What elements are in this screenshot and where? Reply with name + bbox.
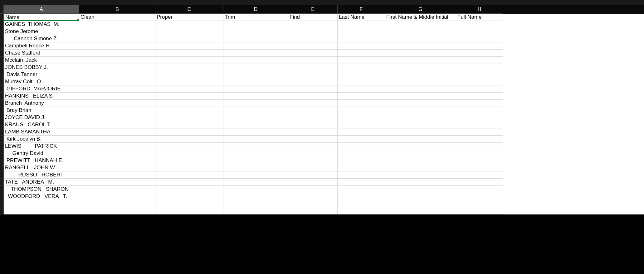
- cell[interactable]: [338, 28, 385, 35]
- cell[interactable]: [385, 136, 456, 143]
- cell[interactable]: Murray Colt Q .: [4, 78, 79, 85]
- cell[interactable]: [456, 28, 503, 35]
- cell[interactable]: [79, 164, 155, 171]
- cell[interactable]: [223, 157, 288, 164]
- row-header[interactable]: [0, 143, 4, 150]
- cell[interactable]: [456, 200, 503, 207]
- cell[interactable]: [385, 35, 456, 42]
- cell[interactable]: [288, 50, 338, 57]
- cell[interactable]: [456, 100, 503, 107]
- cell[interactable]: [155, 100, 223, 107]
- cell[interactable]: [385, 50, 456, 57]
- column-header-B[interactable]: B: [79, 5, 155, 14]
- cell[interactable]: [223, 164, 288, 171]
- cell[interactable]: [223, 121, 288, 128]
- cell[interactable]: [288, 121, 338, 128]
- cell[interactable]: [155, 171, 223, 179]
- cell[interactable]: [338, 93, 385, 100]
- cell[interactable]: [223, 186, 288, 193]
- cell[interactable]: [456, 64, 503, 71]
- cell[interactable]: [223, 64, 288, 71]
- cell[interactable]: [223, 28, 288, 35]
- cell[interactable]: [338, 57, 385, 64]
- cell[interactable]: GIFFORD MARJORIE: [4, 85, 79, 93]
- cell[interactable]: [79, 114, 155, 121]
- cell[interactable]: Name: [4, 14, 79, 21]
- cell[interactable]: [223, 42, 288, 50]
- cell[interactable]: [155, 42, 223, 50]
- cell[interactable]: [385, 107, 456, 114]
- cell[interactable]: [338, 186, 385, 193]
- cell[interactable]: Bray Brian: [4, 107, 79, 114]
- cell[interactable]: [288, 107, 338, 114]
- cell[interactable]: [288, 179, 338, 186]
- cell[interactable]: [338, 200, 385, 207]
- cell[interactable]: [288, 35, 338, 42]
- cell[interactable]: Campbell Reece H.: [4, 42, 79, 50]
- cell[interactable]: [4, 200, 79, 207]
- cell[interactable]: [288, 64, 338, 71]
- cell[interactable]: [288, 85, 338, 93]
- row-header[interactable]: [0, 100, 4, 107]
- cell[interactable]: Find: [288, 14, 338, 21]
- cell[interactable]: Gentry David: [4, 150, 79, 157]
- cell[interactable]: [456, 164, 503, 171]
- cell[interactable]: [288, 193, 338, 200]
- row-header[interactable]: [0, 150, 4, 157]
- cell[interactable]: [385, 121, 456, 128]
- cell[interactable]: [456, 35, 503, 42]
- row-header[interactable]: [0, 136, 4, 143]
- cell[interactable]: [79, 50, 155, 57]
- cell[interactable]: RANGELL JOHN W.: [4, 164, 79, 171]
- cell[interactable]: [223, 93, 288, 100]
- row-header[interactable]: [0, 64, 4, 71]
- cell[interactable]: [155, 186, 223, 193]
- cell[interactable]: [385, 42, 456, 50]
- row-header[interactable]: [0, 121, 4, 128]
- cell[interactable]: [456, 128, 503, 136]
- cell[interactable]: [223, 50, 288, 57]
- row-header[interactable]: [0, 71, 4, 78]
- cell[interactable]: [79, 93, 155, 100]
- cell[interactable]: [385, 71, 456, 78]
- cell[interactable]: [456, 71, 503, 78]
- row-header[interactable]: [0, 157, 4, 164]
- row-header[interactable]: [0, 128, 4, 136]
- cell[interactable]: [223, 78, 288, 85]
- cell[interactable]: [79, 78, 155, 85]
- cell[interactable]: [456, 121, 503, 128]
- cell[interactable]: [223, 193, 288, 200]
- row-header[interactable]: [0, 35, 4, 42]
- row-header[interactable]: [0, 93, 4, 100]
- row-header[interactable]: [0, 28, 4, 35]
- cell[interactable]: [338, 121, 385, 128]
- cell[interactable]: [79, 121, 155, 128]
- cell[interactable]: [385, 114, 456, 121]
- cell[interactable]: [223, 143, 288, 150]
- cell[interactable]: [338, 128, 385, 136]
- cell[interactable]: [79, 64, 155, 71]
- cell[interactable]: [223, 35, 288, 42]
- column-header-C[interactable]: C: [155, 5, 223, 14]
- cell[interactable]: [155, 21, 223, 28]
- cell[interactable]: [385, 157, 456, 164]
- column-header-E[interactable]: E: [288, 5, 338, 14]
- cell[interactable]: [223, 179, 288, 186]
- cell[interactable]: Full Name: [456, 14, 503, 21]
- cell[interactable]: Trim: [223, 14, 288, 21]
- row-header[interactable]: [0, 14, 4, 21]
- row-header[interactable]: [0, 107, 4, 114]
- row-header[interactable]: [0, 207, 4, 214]
- cell[interactable]: [288, 128, 338, 136]
- cell[interactable]: [338, 143, 385, 150]
- cell[interactable]: [338, 100, 385, 107]
- cell[interactable]: [288, 100, 338, 107]
- cell[interactable]: [223, 100, 288, 107]
- cell[interactable]: [338, 164, 385, 171]
- cell[interactable]: [79, 186, 155, 193]
- cell[interactable]: [456, 78, 503, 85]
- cell[interactable]: GAINES THOMAS M.: [4, 21, 79, 28]
- cell[interactable]: [155, 193, 223, 200]
- cell[interactable]: First Name & Middle Initial: [385, 14, 456, 21]
- cell[interactable]: [155, 179, 223, 186]
